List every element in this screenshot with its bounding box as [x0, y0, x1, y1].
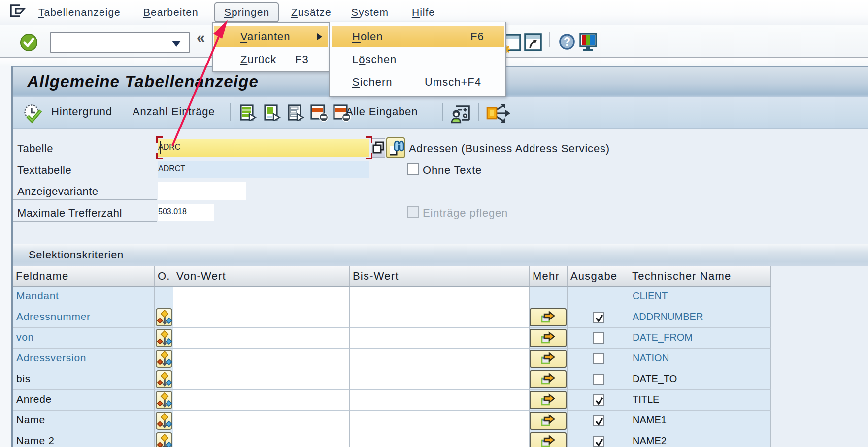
svg-text:?: ?	[564, 35, 570, 48]
